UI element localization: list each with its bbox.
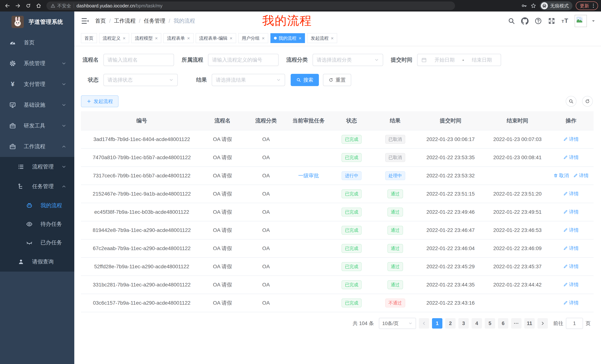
sidebar-item-支付管理[interactable]: ¥支付管理 — [0, 74, 74, 95]
tab-close-icon[interactable]: × — [155, 36, 158, 41]
cell-process-name: OA 请假 — [202, 221, 242, 239]
action-详情-link[interactable]: 详情 — [563, 281, 579, 288]
page-size-select[interactable]: 10条/页 — [379, 318, 416, 329]
action-详情-link[interactable]: 详情 — [563, 263, 579, 270]
browser-home-button[interactable] — [34, 1, 43, 10]
page-button-1[interactable]: 1 — [432, 318, 442, 329]
page-ellipsis-icon[interactable]: ··· — [511, 318, 521, 329]
page-button-6[interactable]: 6 — [498, 318, 508, 329]
tab-流程模型[interactable]: 流程模型× — [131, 33, 161, 43]
submit-time-label: 提交时间 — [389, 56, 412, 64]
cell-result: 已取消 — [376, 130, 415, 148]
header-search-icon[interactable] — [508, 17, 515, 25]
create-process-button[interactable]: 发起流程 — [81, 95, 119, 107]
password-key-icon[interactable] — [521, 3, 527, 9]
column-header-结束时间: 结束时间 — [486, 111, 549, 130]
tab-close-icon[interactable]: × — [262, 36, 265, 41]
sidebar-item-任务管理[interactable]: 任务管理 — [0, 177, 74, 196]
address-bar[interactable]: 不安全 dashboard.yudao.iocoder.cn/bpm/task/… — [46, 1, 455, 10]
breadcrumb-item[interactable]: 首页 — [95, 17, 106, 25]
sidebar-item-系统管理[interactable]: 系统管理 — [0, 53, 74, 74]
action-详情-link[interactable]: 详情 — [563, 136, 579, 143]
sidebar-item-我的流程[interactable]: 我的流程 — [0, 196, 74, 215]
tab-close-icon[interactable]: × — [331, 36, 334, 41]
sidebar-item-请假查询[interactable]: 请假查询 — [0, 252, 74, 272]
action-详情-link[interactable]: 详情 — [573, 172, 589, 179]
result-select[interactable]: 请选择流结果 — [212, 74, 285, 86]
browser-back-button[interactable] — [3, 1, 12, 10]
sidebar-item-首页[interactable]: 首页 — [0, 32, 74, 53]
sidebar-item-待办任务[interactable]: 待办任务 — [0, 215, 74, 233]
action-详情-link[interactable]: 详情 — [563, 245, 579, 252]
tab-我的流程[interactable]: 我的流程× — [270, 33, 305, 43]
action-label: 详情 — [569, 245, 579, 252]
tab-close-icon[interactable]: × — [123, 36, 126, 41]
tab-close-icon[interactable]: × — [230, 36, 232, 41]
font-size-icon[interactable]: TT — [561, 17, 569, 25]
status-label: 状态 — [81, 76, 99, 84]
app-logo[interactable]: 芋道管理系统 — [0, 11, 74, 32]
show-search-toggle-button[interactable] — [566, 96, 576, 107]
browser-reload-button[interactable] — [24, 1, 33, 10]
chrome-update-button[interactable]: 更新 — [576, 1, 598, 10]
page-button-5[interactable]: 5 — [485, 318, 495, 329]
reset-button[interactable]: 重置 — [323, 74, 351, 86]
avatar-caret-icon[interactable] — [591, 19, 596, 23]
sidebar-item-研发工具[interactable]: 研发工具 — [0, 115, 74, 136]
action-详情-link[interactable]: 详情 — [563, 300, 579, 306]
action-取消-link[interactable]: 取消 — [553, 172, 569, 179]
search-button[interactable]: 搜索 — [291, 74, 319, 86]
tab-close-icon[interactable]: × — [187, 36, 190, 41]
table-header-row: 编号流程名流程分类当前审批任务状态结果提交时间结束时间操作 — [81, 111, 594, 130]
action-详情-link[interactable]: 详情 — [563, 191, 579, 197]
gear-icon — [9, 60, 16, 67]
cell-end-time: 2022-01-22 23:49:51 — [486, 203, 549, 221]
page-button-3[interactable]: 3 — [458, 318, 469, 329]
pagination: 共 104 条 10条/页 123456···11 前往 页 — [74, 312, 601, 329]
action-详情-link[interactable]: 详情 — [563, 154, 579, 161]
chevron-down-icon — [61, 82, 67, 87]
tab-close-icon[interactable]: × — [299, 36, 301, 41]
avatar[interactable] — [575, 15, 587, 27]
browser-forward-button[interactable] — [13, 1, 22, 10]
prev-page-button[interactable] — [419, 318, 429, 329]
cell-status: 进行中 — [328, 167, 376, 185]
browser-menu-icon[interactable] — [591, 3, 596, 9]
current-task-link[interactable]: 一级审批 — [298, 173, 319, 179]
refresh-table-button[interactable] — [582, 96, 593, 107]
cell-actions: 详情 — [549, 130, 594, 148]
sidebar-item-已办任务[interactable]: 已办任务 — [0, 233, 74, 252]
tab-首页[interactable]: 首页 — [81, 33, 97, 43]
fullscreen-icon[interactable] — [548, 17, 555, 25]
page-button-2[interactable]: 2 — [445, 318, 456, 329]
page-button-11[interactable]: 11 — [524, 318, 535, 329]
tab-发起流程[interactable]: 发起流程× — [307, 33, 337, 43]
process-def-input[interactable] — [212, 54, 274, 66]
tab-流程定义[interactable]: 流程定义× — [99, 33, 129, 43]
category-select[interactable]: 请选择流程分类 — [312, 54, 383, 66]
tab-用户分组[interactable]: 用户分组× — [238, 33, 268, 43]
action-详情-link[interactable]: 详情 — [563, 209, 579, 215]
breadcrumb-item[interactable]: 任务管理 — [144, 17, 165, 25]
sidebar-item-工作流程[interactable]: 工作流程 — [0, 136, 74, 157]
cell-status: 已完成 — [328, 185, 376, 203]
submit-time-range-picker[interactable]: 开始日期 - 结束日期 — [417, 54, 501, 66]
breadcrumb-item[interactable]: 工作流程 — [114, 17, 136, 25]
process-name-input[interactable] — [108, 54, 170, 66]
site-security-indicator[interactable]: 不安全 — [50, 3, 71, 9]
github-icon[interactable] — [521, 17, 529, 25]
next-page-button[interactable] — [538, 318, 548, 329]
sidebar-item-基础设施[interactable]: 基础设施 — [0, 95, 74, 115]
help-icon[interactable] — [534, 17, 542, 25]
tab-流程表单-编辑[interactable]: 流程表单-编辑× — [196, 33, 236, 43]
bookmark-star-icon[interactable] — [531, 3, 536, 9]
sidebar-item-流程管理[interactable]: 流程管理 — [0, 157, 74, 177]
goto-page-input[interactable] — [566, 318, 583, 329]
svg-text:¥: ¥ — [11, 81, 14, 87]
status-select[interactable]: 请选择状态 — [103, 74, 178, 86]
action-详情-link[interactable]: 详情 — [563, 227, 579, 233]
cell-current-task — [290, 185, 327, 203]
tab-流程表单[interactable]: 流程表单× — [163, 33, 193, 43]
sidebar-collapse-icon[interactable] — [81, 17, 89, 25]
page-button-4[interactable]: 4 — [471, 318, 482, 329]
